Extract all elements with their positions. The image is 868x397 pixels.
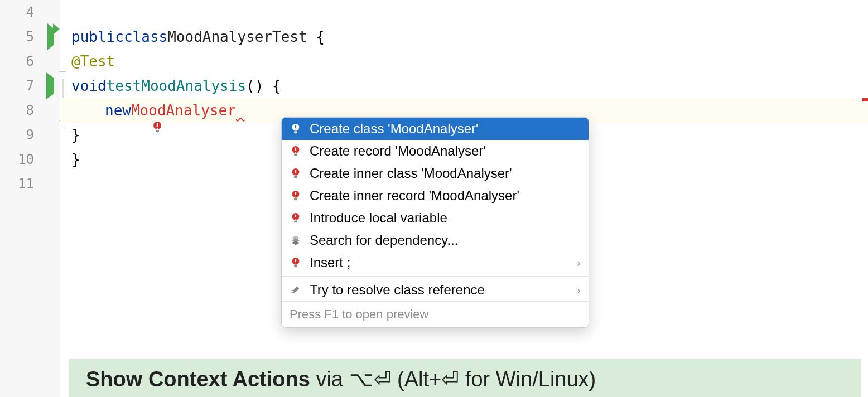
chevron-right-icon: ›	[577, 284, 581, 297]
code-line[interactable]: @Test	[60, 49, 868, 74]
line-number: 8	[0, 98, 60, 123]
intention-item-label: Insert ;	[310, 255, 350, 270]
error-stripe-marker[interactable]	[862, 98, 868, 101]
svg-rect-7	[294, 176, 297, 178]
intention-item-label: Create record 'MoodAnalyser'	[310, 143, 486, 159]
intention-item[interactable]: Create inner class 'MoodAnalyser'	[282, 162, 589, 185]
svg-rect-11	[294, 221, 297, 223]
tutorial-hint-banner: Show Context Actions via ⌥⏎ (Alt+⏎ for W…	[69, 359, 861, 397]
fold-strip	[60, 0, 65, 397]
chevron-right-icon: ›	[577, 256, 581, 269]
popup-footer-hint: Press F1 to open preview	[282, 301, 589, 327]
intention-item-label: Try to resolve class reference	[310, 282, 485, 298]
fold-handle-icon[interactable]	[59, 71, 66, 79]
bulb-red-icon	[290, 145, 302, 157]
intention-item[interactable]: Create class 'MoodAnalyser'	[282, 118, 589, 140]
popup-separator	[282, 276, 589, 277]
stack-icon	[290, 234, 302, 246]
line-number: 6	[0, 49, 60, 74]
line-number: 7	[0, 74, 60, 98]
intention-item-label: Search for dependency...	[310, 233, 458, 248]
intention-item[interactable]: Search for dependency...	[282, 229, 589, 251]
code-line[interactable]	[60, 0, 868, 25]
bulb-red-icon	[290, 123, 302, 135]
intention-popup: Create class 'MoodAnalyser'Create record…	[281, 117, 589, 328]
svg-rect-3	[294, 132, 297, 134]
intention-item[interactable]: Insert ;›	[282, 251, 589, 274]
line-gutter: 4 5 6 7 8 9 10 11	[0, 0, 60, 397]
svg-rect-1	[156, 130, 159, 132]
line-number: 11	[0, 172, 60, 196]
intention-item[interactable]: Create inner record 'MoodAnalyser'	[282, 185, 589, 207]
intention-item[interactable]: Try to resolve class reference›	[282, 279, 589, 301]
svg-rect-5	[294, 154, 297, 156]
svg-rect-13	[294, 265, 297, 268]
bulb-red-icon	[290, 167, 302, 180]
intention-bulb-icon[interactable]	[81, 103, 163, 153]
bulb-red-icon	[290, 190, 302, 202]
line-number: 10	[0, 147, 60, 172]
line-number: 4	[0, 0, 60, 25]
run-class-icon[interactable]	[47, 29, 54, 45]
intention-item-label: Create inner record 'MoodAnalyser'	[310, 188, 519, 204]
bulb-red-icon	[290, 256, 302, 269]
intention-item[interactable]: Create record 'MoodAnalyser'	[282, 140, 589, 162]
intention-item-label: Create class 'MoodAnalyser'	[310, 121, 479, 137]
svg-rect-9	[294, 198, 297, 201]
code-line[interactable]: public class MoodAnalyserTest {	[60, 25, 868, 49]
code-line[interactable]: void testMoodAnalysis() {	[60, 74, 868, 98]
intention-item[interactable]: Introduce local variable	[282, 207, 589, 229]
intention-item-label: Introduce local variable	[310, 210, 447, 226]
run-test-icon[interactable]	[46, 78, 54, 94]
line-number: 9	[0, 123, 60, 147]
pencil-icon	[290, 284, 302, 296]
intention-item-label: Create inner class 'MoodAnalyser'	[310, 166, 512, 181]
line-number: 5	[0, 25, 60, 49]
bulb-red-icon	[290, 212, 302, 224]
